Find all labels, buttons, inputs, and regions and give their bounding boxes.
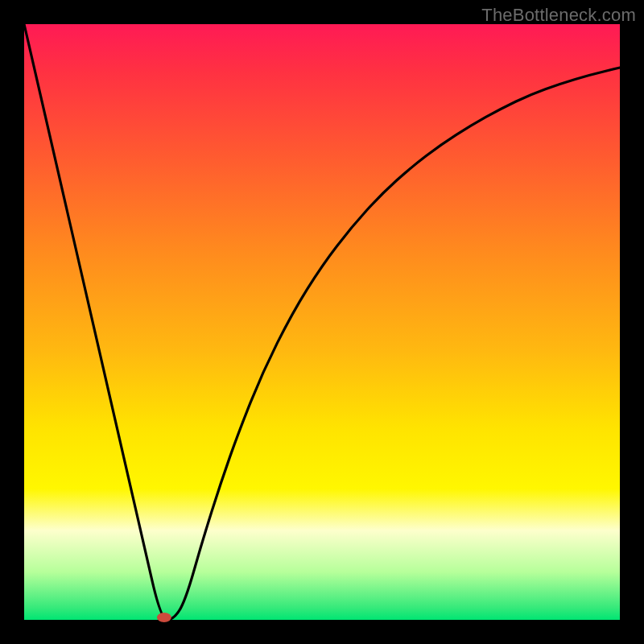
min-marker	[157, 613, 171, 622]
chart-frame: TheBottleneck.com	[0, 0, 644, 644]
bottleneck-curve	[24, 24, 620, 620]
attribution-text: TheBottleneck.com	[481, 5, 636, 26]
plot-svg	[24, 24, 620, 620]
plot-area	[24, 24, 620, 620]
